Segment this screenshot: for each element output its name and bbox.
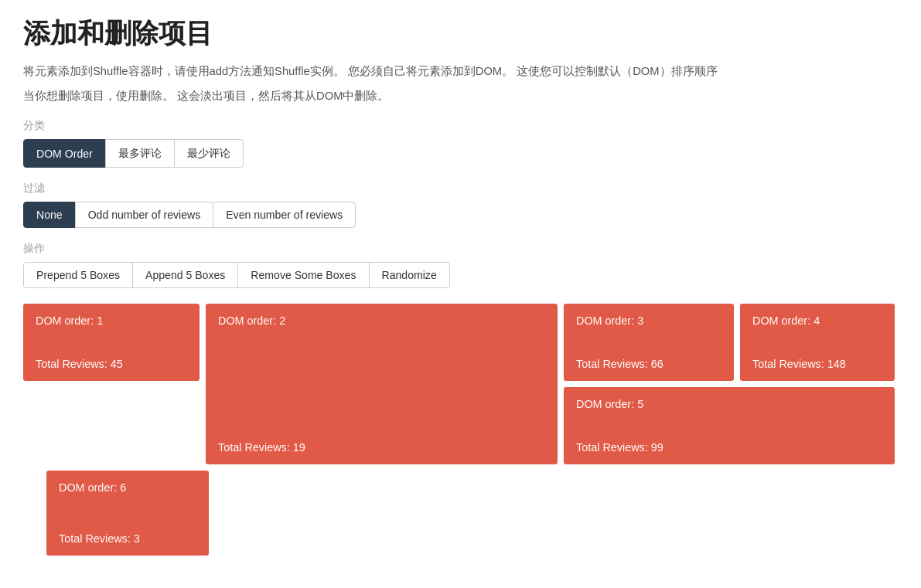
remove-button[interactable]: Remove Some Boxes <box>237 262 369 288</box>
card-5-reviews: Total Reviews: 99 <box>576 441 882 454</box>
randomize-button[interactable]: Randomize <box>369 262 450 288</box>
filter-odd[interactable]: Odd number of reviews <box>75 202 214 228</box>
filter-group: None Odd number of reviews Even number o… <box>23 202 898 228</box>
card-5: DOM order: 5 Total Reviews: 99 <box>564 387 895 464</box>
card-6: DOM order: 6 Total Reviews: 3 <box>46 471 209 556</box>
prepend-button[interactable]: Prepend 5 Boxes <box>23 262 133 288</box>
card-2: DOM order: 2 Total Reviews: 19 <box>206 304 558 464</box>
card-1-reviews: Total Reviews: 45 <box>36 358 187 370</box>
card-2-dom-order: DOM order: 2 <box>218 314 545 327</box>
sort-label: 分类 <box>23 119 898 133</box>
card-3-reviews: Total Reviews: 66 <box>576 358 721 370</box>
append-button[interactable]: Append 5 Boxes <box>132 262 238 288</box>
card-5-dom-order: DOM order: 5 <box>576 398 882 410</box>
description-2: 当你想删除项目，使用删除。 这会淡出项目，然后将其从DOM中删除。 <box>23 87 898 106</box>
filter-label: 过滤 <box>23 182 898 195</box>
card-6-dom-order: DOM order: 6 <box>59 481 196 494</box>
sort-dom-order[interactable]: DOM Order <box>23 139 106 168</box>
card-4-reviews: Total Reviews: 148 <box>752 358 882 370</box>
sort-most-reviews[interactable]: 最多评论 <box>105 139 175 168</box>
card-1-dom-order: DOM order: 1 <box>36 314 187 327</box>
actions-group: Prepend 5 Boxes Append 5 Boxes Remove So… <box>23 262 898 288</box>
card-4-dom-order: DOM order: 4 <box>752 314 882 327</box>
filter-even[interactable]: Even number of reviews <box>213 202 356 228</box>
page-title: 添加和删除项目 <box>23 15 898 52</box>
card-3: DOM order: 3 Total Reviews: 66 <box>564 304 734 381</box>
sort-group: DOM Order 最多评论 最少评论 <box>23 139 898 168</box>
card-3-dom-order: DOM order: 3 <box>576 314 721 327</box>
sort-least-reviews[interactable]: 最少评论 <box>174 139 244 168</box>
filter-none[interactable]: None <box>23 202 76 228</box>
card-2-reviews: Total Reviews: 19 <box>218 441 545 454</box>
card-6-reviews: Total Reviews: 3 <box>59 532 196 545</box>
card-4: DOM order: 4 Total Reviews: 148 <box>740 304 895 381</box>
card-1: DOM order: 1 Total Reviews: 45 <box>23 304 200 381</box>
actions-label: 操作 <box>23 242 898 256</box>
description-1: 将元素添加到Shuffle容器时，请使用add方法通知Shuffle实例。 您必… <box>23 63 898 81</box>
